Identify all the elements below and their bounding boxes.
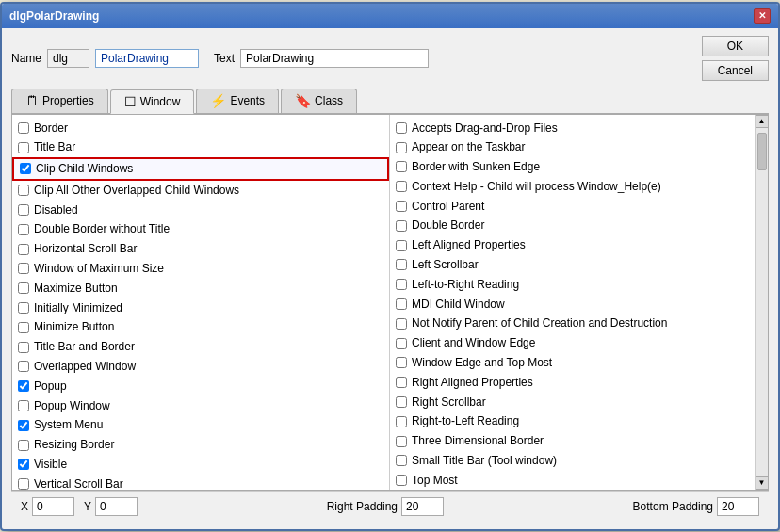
checkbox-disabled[interactable]: Disabled — [12, 201, 389, 220]
right-padding-input[interactable] — [401, 497, 444, 516]
checkbox-mdi-child[interactable]: MDI Child Window — [390, 295, 755, 314]
checkbox-system-menu[interactable]: System Menu — [12, 415, 389, 435]
checkbox-left-scrollbar[interactable]: Left Scrollbar — [390, 255, 755, 275]
scroll-down-arrow[interactable]: ▼ — [756, 476, 769, 490]
checkbox-mdi-child-input[interactable] — [396, 298, 407, 310]
checkbox-window-edge-topmost[interactable]: Window Edge and Top Most — [390, 353, 755, 373]
checkbox-resizing-border[interactable]: Resizing Border — [12, 435, 389, 455]
checkbox-horiz-scroll-input[interactable] — [18, 244, 29, 255]
checkbox-context-help[interactable]: Context Help - Child will process Window… — [390, 177, 755, 197]
checkbox-border[interactable]: Border — [12, 119, 389, 138]
checkbox-vertical-scroll[interactable]: Vertical Scroll Bar — [12, 475, 389, 490]
checkbox-max-size[interactable]: Window of Maximum Size — [12, 259, 389, 279]
checkbox-taskbar[interactable]: Appear on the Taskbar — [390, 137, 755, 157]
checkbox-top-most-input[interactable] — [396, 475, 407, 486]
ok-button[interactable]: OK — [702, 36, 769, 56]
checkbox-horiz-scroll[interactable]: Horizontal Scroll Bar — [12, 239, 389, 259]
checkbox-clip-all-other-input[interactable] — [18, 185, 29, 196]
checkbox-double-border[interactable]: Double Border without Title — [12, 219, 389, 239]
checkbox-ltr-reading[interactable]: Left-to-Right Reading — [390, 275, 755, 295]
checkbox-clip-all-other[interactable]: Clip All Other Overlapped Child Windows — [12, 181, 389, 201]
window-icon: ☐ — [124, 94, 137, 109]
checkbox-overlapped[interactable]: Overlapped Window — [12, 357, 389, 377]
y-label: Y — [84, 500, 91, 513]
checkbox-double-border-r[interactable]: Double Border — [390, 216, 755, 235]
checkbox-ltr-reading-input[interactable] — [396, 279, 407, 290]
checkbox-left-aligned[interactable]: Left Aligned Properties — [390, 235, 755, 255]
checkbox-popup-window-input[interactable] — [18, 400, 29, 411]
checkbox-max-size-input[interactable] — [18, 263, 29, 274]
checkbox-rtl-reading-input[interactable] — [396, 416, 407, 427]
checkbox-right-scrollbar[interactable]: Right Scrollbar — [390, 393, 755, 412]
text-input[interactable] — [240, 49, 429, 68]
checkbox-disabled-input[interactable] — [18, 204, 29, 216]
checkbox-overlapped-input[interactable] — [18, 361, 29, 372]
scroll-thumb[interactable] — [757, 133, 767, 170]
checkbox-right-scrollbar-input[interactable] — [396, 396, 407, 408]
checkbox-right-scrollbar-label: Right Scrollbar — [412, 395, 486, 411]
checkbox-client-edge[interactable]: Client and Window Edge — [390, 333, 755, 353]
checkbox-visible[interactable]: Visible — [12, 455, 389, 475]
checkbox-not-notify[interactable]: Not Notify Parent of Child Creation and … — [390, 314, 755, 333]
checkbox-popup-input[interactable] — [18, 380, 29, 392]
checkbox-maximize-btn[interactable]: Maximize Button — [12, 279, 389, 298]
scroll-track[interactable] — [756, 128, 768, 476]
checkbox-double-border-input[interactable] — [18, 224, 29, 235]
checkbox-popup-window[interactable]: Popup Window — [12, 396, 389, 416]
checkbox-sunken-edge-input[interactable] — [396, 161, 407, 172]
checkbox-rtl-reading[interactable]: Right-to-Left Reading — [390, 411, 755, 431]
checkbox-vertical-scroll-input[interactable] — [18, 478, 29, 489]
checkbox-title-bar-input[interactable] — [18, 142, 29, 153]
checkbox-minimize-btn-input[interactable] — [18, 322, 29, 333]
checkbox-clip-child-windows-input[interactable] — [20, 163, 31, 174]
tab-class[interactable]: 🔖 Class — [281, 89, 357, 113]
checkbox-window-edge-topmost-input[interactable] — [396, 357, 407, 368]
checkbox-control-parent[interactable]: Control Parent — [390, 197, 755, 217]
checkbox-title-bar[interactable]: Title Bar — [12, 137, 389, 157]
checkbox-resizing-border-input[interactable] — [18, 440, 29, 451]
checkbox-drag-drop-input[interactable] — [396, 122, 407, 134]
scroll-up-arrow[interactable]: ▲ — [756, 115, 769, 128]
name-input[interactable] — [95, 49, 199, 68]
tab-properties[interactable]: 🗒 Properties — [11, 89, 108, 113]
checkbox-titlebar-border-input[interactable] — [18, 342, 29, 353]
checkbox-small-title[interactable]: Small Title Bar (Tool window) — [390, 451, 755, 471]
checkbox-taskbar-input[interactable] — [396, 142, 407, 153]
checkbox-double-border-r-input[interactable] — [396, 220, 407, 232]
checkbox-control-parent-input[interactable] — [396, 201, 407, 212]
cancel-button[interactable]: Cancel — [702, 60, 769, 81]
x-input[interactable] — [32, 497, 74, 516]
checkbox-three-d-border[interactable]: Three Dimensional Border — [390, 431, 755, 451]
checkbox-sunken-edge[interactable]: Border with Sunken Edge — [390, 157, 755, 177]
checkbox-top-most[interactable]: Top Most — [390, 471, 755, 490]
checkbox-maximize-btn-input[interactable] — [18, 282, 29, 294]
checkbox-visible-input[interactable] — [18, 459, 29, 470]
checkbox-small-title-input[interactable] — [396, 455, 407, 466]
checkbox-client-edge-input[interactable] — [396, 338, 407, 349]
close-button[interactable]: ✕ — [754, 8, 771, 24]
name-prefix-input[interactable] — [47, 49, 89, 68]
checkbox-context-help-input[interactable] — [396, 181, 407, 192]
y-input[interactable] — [95, 497, 138, 516]
checkbox-left-aligned-input[interactable] — [396, 240, 407, 251]
tab-window-label: Window — [140, 95, 181, 108]
checkbox-not-notify-input[interactable] — [396, 318, 407, 330]
checkbox-titlebar-border[interactable]: Title Bar and Border — [12, 337, 389, 357]
checkbox-right-aligned[interactable]: Right Aligned Properties — [390, 373, 755, 393]
bottom-padding-input[interactable] — [717, 497, 759, 516]
checkbox-minimize-btn[interactable]: Minimize Button — [12, 317, 389, 337]
checkbox-popup-window-label: Popup Window — [34, 398, 110, 414]
tab-window[interactable]: ☐ Window — [110, 89, 195, 114]
checkbox-left-scrollbar-input[interactable] — [396, 259, 407, 270]
checkbox-popup[interactable]: Popup — [12, 377, 389, 396]
checkbox-drag-drop[interactable]: Accepts Drag-and-Drop Files — [390, 119, 755, 138]
checkbox-border-input[interactable] — [18, 122, 29, 134]
checkbox-clip-child-windows[interactable]: Clip Child Windows — [12, 157, 389, 181]
checkbox-init-minimized[interactable]: Initially Minimized — [12, 298, 389, 318]
checkbox-three-d-border-input[interactable] — [396, 436, 407, 447]
checkbox-init-minimized-input[interactable] — [18, 302, 29, 314]
tab-events[interactable]: ⚡ Events — [196, 89, 279, 113]
checkbox-system-menu-input[interactable] — [18, 420, 29, 431]
checkbox-right-aligned-input[interactable] — [396, 377, 407, 388]
right-scrollbar[interactable]: ▲ ▼ — [755, 115, 768, 490]
